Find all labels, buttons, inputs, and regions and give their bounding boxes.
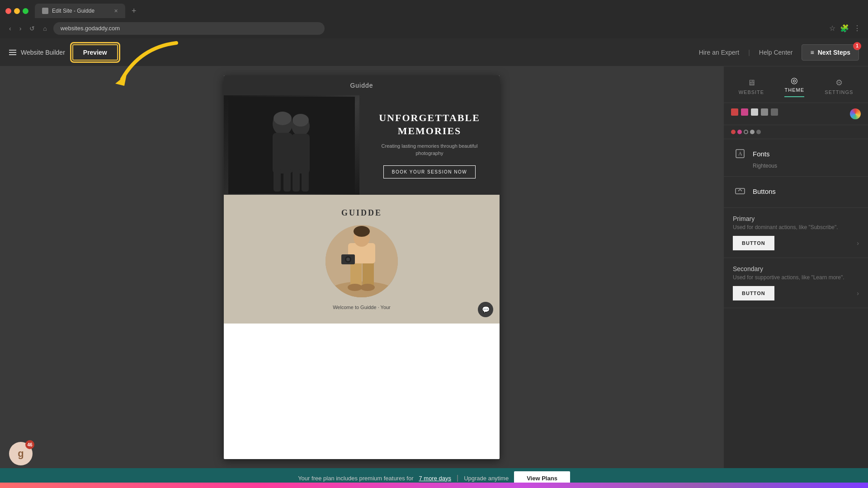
swatch-red[interactable] <box>731 108 738 116</box>
svg-rect-9 <box>302 169 309 192</box>
fonts-section: A Fonts Righteous <box>724 139 868 177</box>
secondary-desc: Used for supportive actions, like "Learn… <box>733 274 859 281</box>
browser-chrome: Edit Site - Guidde ✕ + ‹ › ↺ ⌂ ☆ 🧩 ⋮ <box>0 0 868 38</box>
circular-image-inner <box>326 225 398 297</box>
dot-red[interactable] <box>731 130 736 134</box>
hire-expert-link[interactable]: Hire an Expert <box>699 49 739 56</box>
next-steps-label: Next Steps <box>818 49 850 56</box>
dot-outline[interactable] <box>744 130 748 134</box>
gradient-bar <box>0 483 868 488</box>
primary-desc: Used for dominant actions, like "Subscri… <box>733 224 859 230</box>
chat-icon[interactable]: 💬 <box>478 302 493 317</box>
couple-svg <box>228 97 355 194</box>
buttons-icon <box>733 184 747 198</box>
website-builder-label: Website Builder <box>21 49 65 56</box>
swatch-pink[interactable] <box>741 108 748 116</box>
tab-favicon <box>42 8 48 14</box>
svg-point-16 <box>348 284 362 291</box>
dot-pink[interactable] <box>737 130 742 134</box>
hero-title-line1: UNFORGETTABLE <box>379 112 480 123</box>
next-steps-button[interactable]: ≡ Next Steps 1 <box>802 44 859 61</box>
fonts-title: Fonts <box>753 150 770 158</box>
forward-button[interactable]: › <box>18 23 24 34</box>
secondary-button-row: BUTTON › <box>733 286 859 300</box>
website-preview: Guidde <box>224 75 500 459</box>
dot-gray1[interactable] <box>750 130 755 134</box>
traffic-lights <box>5 8 28 14</box>
swatch-mid[interactable] <box>761 108 768 116</box>
color-wheel-icon[interactable] <box>850 108 861 119</box>
svg-rect-8 <box>292 169 300 192</box>
tab-close-icon[interactable]: ✕ <box>114 8 118 14</box>
tab-settings[interactable]: ⚙ SETTINGS <box>820 76 858 97</box>
user-avatar[interactable]: g 46 <box>9 442 33 465</box>
secondary-chevron-icon[interactable]: › <box>857 290 859 297</box>
color-dots <box>724 125 868 139</box>
svg-rect-7 <box>283 169 291 192</box>
help-center-link[interactable]: Help Center <box>759 49 793 56</box>
toolbar-divider: | <box>748 49 750 56</box>
website-tab-icon: 🖥 <box>747 78 755 88</box>
tab-title: Edit Site - Guidde <box>52 8 94 14</box>
hamburger-menu[interactable]: Website Builder <box>9 49 65 56</box>
svg-rect-15 <box>363 261 374 286</box>
secondary-label: Secondary <box>733 265 859 272</box>
new-tab-button[interactable]: + <box>128 6 140 16</box>
settings-tab-label: SETTINGS <box>825 89 853 95</box>
svg-rect-5 <box>292 134 310 174</box>
avatar-letter: g <box>18 448 24 460</box>
svg-text:A: A <box>738 150 742 157</box>
tab-theme[interactable]: ◎ THEME <box>780 74 809 99</box>
hero-image <box>224 95 359 195</box>
url-input[interactable] <box>53 22 325 35</box>
address-bar: ‹ › ↺ ⌂ ☆ 🧩 ⋮ <box>0 18 868 38</box>
hero-content: UNFORGETTABLE MEMORIES Creating lasting … <box>359 95 500 195</box>
main-layout: Guidde <box>0 66 868 468</box>
primary-label: Primary <box>733 215 859 222</box>
hero-image-placeholder <box>224 95 359 195</box>
secondary-style-button[interactable]: BUTTON <box>733 286 774 300</box>
book-session-button[interactable]: BOOK YOUR SESSION NOW <box>383 165 476 178</box>
menu-icon[interactable]: ⋮ <box>854 24 861 33</box>
svg-point-21 <box>346 258 350 261</box>
preview-area: Guidde <box>0 66 723 468</box>
about-text: Welcome to Guidde · Your <box>333 305 391 310</box>
hamburger-icon <box>9 50 16 55</box>
site-nav: Guidde <box>224 75 500 95</box>
fonts-section-header: A Fonts <box>733 146 859 161</box>
theme-tab-icon: ◎ <box>791 75 798 85</box>
hero-subtitle: Creating lasting memories through beauti… <box>368 142 491 157</box>
tab-website[interactable]: 🖥 WEBSITE <box>734 76 769 97</box>
site-nav-title: Guidde <box>350 82 373 89</box>
svg-point-23 <box>354 226 370 237</box>
home-button[interactable]: ⌂ <box>41 23 48 34</box>
banner-separator: | <box>457 474 458 482</box>
buttons-title: Buttons <box>753 188 776 195</box>
back-button[interactable]: ‹ <box>7 23 13 34</box>
about-section: GUIDDE <box>224 195 500 324</box>
toolbar-right: Hire an Expert | Help Center ≡ Next Step… <box>699 44 859 61</box>
swatch-light[interactable] <box>751 108 758 116</box>
app-toolbar: Website Builder Preview Hire an Expert |… <box>0 38 868 66</box>
svg-point-11 <box>292 114 309 127</box>
close-button[interactable] <box>5 8 11 14</box>
theme-tab-label: THEME <box>784 87 804 93</box>
right-panel: 🖥 WEBSITE ◎ THEME ⚙ SETTINGS <box>723 66 868 468</box>
primary-chevron-icon[interactable]: › <box>857 239 859 247</box>
primary-style-button[interactable]: BUTTON <box>733 236 774 250</box>
dot-gray2[interactable] <box>756 130 761 134</box>
secondary-button-section: Secondary Used for supportive actions, l… <box>724 258 868 308</box>
minimize-button[interactable] <box>14 8 20 14</box>
browser-tab[interactable]: Edit Site - Guidde ✕ <box>35 4 125 18</box>
chat-icon-symbol: 💬 <box>482 306 490 313</box>
svg-rect-6 <box>274 169 281 192</box>
maximize-button[interactable] <box>23 8 28 14</box>
reload-button[interactable]: ↺ <box>28 23 37 34</box>
swatch-dark[interactable] <box>771 108 778 116</box>
panel-tabs: 🖥 WEBSITE ◎ THEME ⚙ SETTINGS <box>724 66 868 103</box>
buttons-section-header: Buttons <box>733 184 859 198</box>
days-remaining-link[interactable]: 7 more days <box>419 475 451 482</box>
bookmark-icon[interactable]: ☆ <box>829 24 835 33</box>
extensions-icon[interactable]: 🧩 <box>840 24 849 33</box>
preview-button[interactable]: Preview <box>72 44 118 61</box>
